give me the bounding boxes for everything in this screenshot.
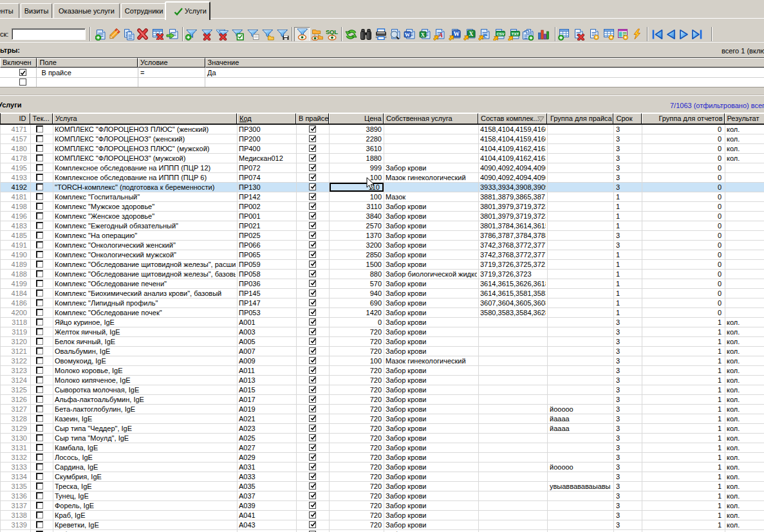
svg-text:X: X <box>421 32 425 38</box>
svg-text:TXT: TXT <box>512 32 519 36</box>
svg-text:X: X <box>469 31 474 37</box>
svg-text:A: A <box>438 32 443 39</box>
svg-text:SQL: SQL <box>326 28 338 35</box>
svg-text:CSV: CSV <box>497 32 505 36</box>
svg-text:W: W <box>454 31 460 37</box>
svg-text:e: e <box>483 30 487 40</box>
svg-text:W: W <box>405 32 411 38</box>
